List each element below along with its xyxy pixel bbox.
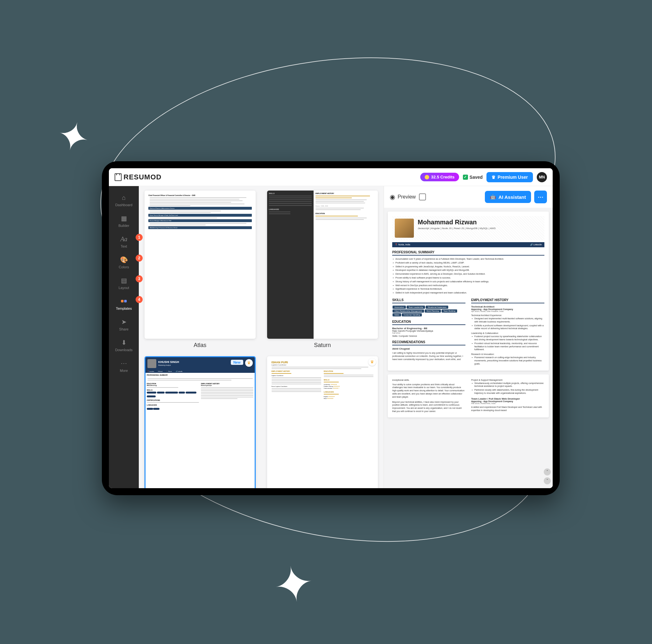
sidebar-item-dashboard[interactable]: ⌂ Dashboard xyxy=(109,190,139,211)
palette-icon: 🎨 xyxy=(120,256,128,263)
template-thumb: Chief Financial Officer & Financial Cont… xyxy=(144,190,256,339)
template-card-titan[interactable]: ♛ ISHAN PURI Logistics Coordinator EMPLO… xyxy=(267,356,378,488)
preview-toolbar: ◉ Preview 🤖 AI Assistant ⋯ xyxy=(384,186,553,208)
resume-page-2: exceptional skills. Your ability to solv… xyxy=(388,375,549,417)
download-icon: ⬇ xyxy=(120,339,128,346)
sidebar-item-layout[interactable]: ▤ Layout 3 xyxy=(109,273,139,293)
resume-photo xyxy=(395,218,414,238)
top-bar: RESUMOD 32.5 Credits ✓ Saved ♛ Premium U… xyxy=(109,168,553,186)
sidebar-item-templates[interactable]: Templates 4 xyxy=(109,293,139,314)
logo-icon xyxy=(115,173,121,181)
credits-label: 32.5 Credits xyxy=(431,175,455,179)
decorative-star: ✦ xyxy=(53,114,94,160)
template-thumb: SKILLS LANGUAGES EMPLOYMENT HISTORY Dire… xyxy=(267,190,378,339)
crown-icon: ♛ xyxy=(368,358,376,366)
sidebar-item-text[interactable]: Aa Text 1 xyxy=(109,231,139,252)
more-options-button[interactable]: ⋯ xyxy=(534,190,547,203)
sidebar-item-colors[interactable]: 🎨 Colors 2 xyxy=(109,252,139,273)
step-badge: 4 xyxy=(136,296,143,303)
template-thumb: ♛ ISHAN PURI Logistics Coordinator EMPLO… xyxy=(267,356,378,488)
preview-label: Preview xyxy=(398,194,416,200)
resume-location: 📍 Noida, India xyxy=(395,243,410,246)
template-gallery[interactable]: Chief Financial Officer & Financial Cont… xyxy=(139,186,384,488)
more-icon: ⋯ xyxy=(120,359,128,367)
new-badge: New xyxy=(231,360,243,365)
sidebar-item-share[interactable]: ➤ Share xyxy=(109,314,139,335)
resume-page-1: Mohammad Rizwan Javascript | Angular | N… xyxy=(388,212,549,370)
brand-name: RESUMOD xyxy=(124,173,161,181)
scroll-down-button[interactable]: ˅ xyxy=(544,478,551,484)
premium-label: Premium User xyxy=(497,175,528,180)
saved-label: Saved xyxy=(469,175,483,180)
ai-assistant-button[interactable]: 🤖 AI Assistant xyxy=(485,191,531,203)
text-icon: Aa xyxy=(120,235,128,243)
step-badge: 1 xyxy=(136,234,143,241)
crown-icon: ♛ xyxy=(492,175,496,180)
section-title: SKILLS xyxy=(392,298,465,303)
brand-logo[interactable]: RESUMOD xyxy=(115,173,161,181)
home-icon: ⌂ xyxy=(120,194,128,201)
template-card-atlas[interactable]: Chief Financial Officer & Financial Cont… xyxy=(144,190,256,349)
sidebar-item-builder[interactable]: ▦ Builder xyxy=(109,211,139,231)
step-badge: 3 xyxy=(136,275,143,282)
resume-scroll-area[interactable]: Mohammad Rizwan Javascript | Angular | N… xyxy=(384,208,553,488)
expand-button[interactable] xyxy=(419,194,426,201)
preview-panel: ◉ Preview 🤖 AI Assistant ⋯ Mohammad Rizw… xyxy=(384,186,553,488)
sidebar: ⌂ Dashboard ▦ Builder Aa Text 1 🎨 Colors… xyxy=(109,186,139,488)
share-icon: ➤ xyxy=(120,318,128,326)
section-title: RECOMMENDATIONS xyxy=(392,340,465,345)
crown-icon: ♛ xyxy=(245,359,253,367)
section-title: EMPLOYMENT HISTORY xyxy=(471,298,544,303)
tablet-frame: RESUMOD 32.5 Credits ✓ Saved ♛ Premium U… xyxy=(102,161,560,495)
resume-name: Mohammad Rizwan xyxy=(418,218,542,226)
template-card-saturn[interactable]: SKILLS LANGUAGES EMPLOYMENT HISTORY Dire… xyxy=(267,190,378,349)
template-name: Atlas xyxy=(194,342,206,349)
decorative-star: ✦ xyxy=(270,558,318,612)
section-title: EDUCATION xyxy=(392,320,465,325)
template-name: Saturn xyxy=(314,342,331,349)
user-avatar[interactable]: MN xyxy=(537,172,547,182)
check-icon: ✓ xyxy=(463,175,468,180)
templates-icon xyxy=(120,297,128,305)
resume-tagline: Javascript | Angular | Node JS | React J… xyxy=(418,227,542,230)
layout-icon: ▤ xyxy=(120,277,128,284)
credits-pill[interactable]: 32.5 Credits xyxy=(420,173,459,181)
step-badge: 2 xyxy=(136,255,143,262)
saved-indicator: ✓ Saved xyxy=(463,175,483,180)
sidebar-item-downloads[interactable]: ⬇ Downloads xyxy=(109,335,139,356)
scroll-up-button[interactable]: ˄ xyxy=(544,468,551,475)
template-thumb: ♛ New KHUSHI SINGH Marketing Analyst 📍 L… xyxy=(144,356,256,488)
app-screen: RESUMOD 32.5 Credits ✓ Saved ♛ Premium U… xyxy=(109,168,553,488)
robot-icon: 🤖 xyxy=(490,194,496,200)
premium-button[interactable]: ♛ Premium User xyxy=(486,172,533,182)
resume-linkedin: 🔗 LinkedIn xyxy=(530,243,542,246)
sidebar-item-more[interactable]: ⋯ More xyxy=(109,356,139,376)
section-title: PROFESSIONAL SUMMARY xyxy=(392,251,544,256)
template-card-comet[interactable]: ♛ New KHUSHI SINGH Marketing Analyst 📍 L… xyxy=(144,356,256,488)
eye-icon: ◉ xyxy=(390,193,395,201)
grid-icon: ▦ xyxy=(120,214,128,222)
